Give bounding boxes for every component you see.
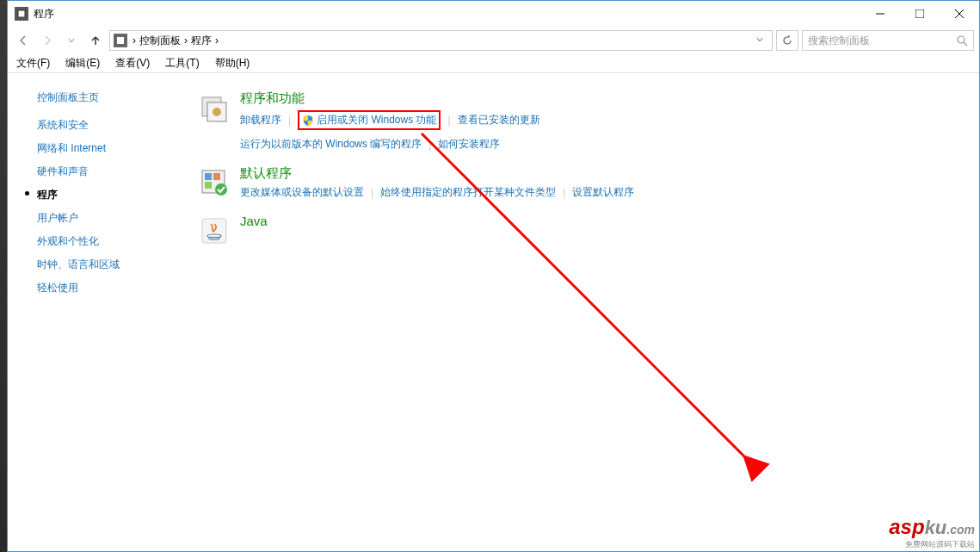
watermark-text1: asp	[889, 515, 924, 538]
svg-rect-12	[205, 173, 212, 180]
link-separator: |	[563, 187, 565, 199]
link-separator: |	[288, 115, 291, 127]
up-button[interactable]	[85, 30, 106, 51]
svg-rect-13	[213, 173, 220, 180]
minimize-button[interactable]	[860, 1, 900, 27]
addressbar: › 控制面板 › 程序 ›	[8, 27, 979, 54]
default-programs-icon	[197, 165, 231, 200]
programs-features-title[interactable]: 程序和功能	[240, 90, 979, 107]
sidebar-item-0[interactable]: 系统和安全	[25, 114, 171, 137]
link-windows-features[interactable]: 启用或关闭 Windows 功能	[298, 110, 441, 130]
java-title[interactable]: Java	[240, 214, 979, 228]
menubar: 文件(F) 编辑(E) 查看(V) 工具(T) 帮助(H)	[8, 54, 979, 73]
menu-edit[interactable]: 编辑(E)	[65, 56, 100, 71]
category-default-programs: 默认程序 更改媒体或设备的默认设置 | 始终使用指定的程序打开某种文件类型 | …	[197, 165, 979, 200]
sidebar-item-3[interactable]: 程序	[25, 183, 171, 207]
svg-rect-2	[915, 9, 924, 18]
svg-line-7	[964, 42, 967, 46]
breadcrumb-sep[interactable]: ›	[133, 34, 136, 47]
watermark-sub: 免费网站源码下载站	[889, 539, 975, 550]
search-input[interactable]	[808, 34, 956, 47]
link-change-defaults[interactable]: 更改媒体或设备的默认设置	[240, 185, 364, 200]
link-separator: |	[371, 187, 373, 199]
menu-view[interactable]: 查看(V)	[115, 56, 150, 71]
link-separator: |	[428, 139, 431, 151]
back-button[interactable]	[13, 30, 34, 51]
menu-file[interactable]: 文件(F)	[16, 56, 50, 71]
search-icon	[956, 34, 968, 47]
main-panel: 程序和功能 卸载程序 | 启用或关闭 Windows 功能 | 查看已安装的更新…	[180, 90, 979, 549]
menu-tools[interactable]: 工具(T)	[165, 56, 199, 71]
breadcrumb-root[interactable]: 控制面板	[139, 34, 181, 48]
shield-icon	[302, 115, 314, 127]
sidebar-item-6[interactable]: 时钟、语言和区域	[25, 253, 171, 276]
left-edge-shadow	[0, 0, 7, 552]
content-area: 控制面板主页 系统和安全网络和 Internet硬件和声音程序用户帐户外观和个性…	[8, 73, 979, 549]
address-dropdown-icon[interactable]	[751, 34, 768, 47]
recent-dropdown[interactable]	[61, 30, 82, 51]
window-title: 程序	[34, 7, 860, 22]
watermark-text2: ku	[925, 517, 947, 538]
breadcrumb-sep[interactable]: ›	[184, 34, 188, 47]
sidebar-item-2[interactable]: 硬件和声音	[25, 160, 171, 183]
svg-point-10	[213, 108, 221, 116]
breadcrumb: › 控制面板 › 程序 ›	[133, 34, 219, 48]
link-how-install[interactable]: 如何安装程序	[438, 137, 500, 152]
sidebar-item-4[interactable]: 用户帐户	[25, 207, 171, 230]
link-set-defaults[interactable]: 设置默认程序	[572, 185, 634, 200]
link-separator: |	[447, 115, 450, 127]
svg-point-15	[215, 183, 227, 195]
svg-rect-14	[205, 182, 212, 189]
refresh-button[interactable]	[776, 30, 798, 51]
category-java: Java	[197, 214, 979, 248]
sidebar-home-link[interactable]: 控制面板主页	[25, 90, 171, 105]
svg-point-6	[958, 36, 965, 43]
sidebar-item-1[interactable]: 网络和 Internet	[25, 137, 171, 160]
java-icon	[197, 214, 231, 248]
maximize-button[interactable]	[900, 1, 940, 27]
link-run-old[interactable]: 运行为以前版本的 Windows 编写的程序	[240, 137, 422, 152]
svg-rect-0	[18, 10, 25, 17]
menu-help[interactable]: 帮助(H)	[215, 56, 250, 71]
close-button[interactable]	[940, 1, 979, 27]
link-view-updates[interactable]: 查看已安装的更新	[458, 113, 540, 127]
window-icon	[15, 7, 28, 21]
window-controls	[860, 1, 979, 27]
category-programs-features: 程序和功能 卸载程序 | 启用或关闭 Windows 功能 | 查看已安装的更新…	[197, 90, 979, 152]
address-icon	[114, 34, 127, 47]
link-always-open[interactable]: 始终使用指定的程序打开某种文件类型	[380, 185, 556, 200]
sidebar-item-7[interactable]: 轻松使用	[25, 276, 171, 300]
forward-button[interactable]	[37, 30, 58, 51]
breadcrumb-sep[interactable]: ›	[215, 34, 219, 47]
address-box[interactable]: › 控制面板 › 程序 ›	[109, 30, 773, 51]
search-box[interactable]	[802, 30, 974, 51]
watermark: aspku.com 免费网站源码下载站	[889, 515, 975, 550]
default-programs-title[interactable]: 默认程序	[240, 165, 979, 182]
titlebar: 程序	[8, 1, 979, 27]
svg-rect-5	[117, 37, 124, 44]
link-windows-features-label: 启用或关闭 Windows 功能	[317, 113, 436, 127]
sidebar-item-5[interactable]: 外观和个性化	[25, 230, 171, 253]
watermark-text3: .com	[946, 523, 975, 536]
sidebar: 控制面板主页 系统和安全网络和 Internet硬件和声音程序用户帐户外观和个性…	[25, 90, 180, 549]
control-panel-window: 程序 › 控制面板 › 程序 › 文件(F)	[7, 0, 980, 552]
link-uninstall[interactable]: 卸载程序	[240, 113, 281, 127]
breadcrumb-current[interactable]: 程序	[191, 34, 212, 48]
programs-features-icon	[197, 90, 231, 125]
